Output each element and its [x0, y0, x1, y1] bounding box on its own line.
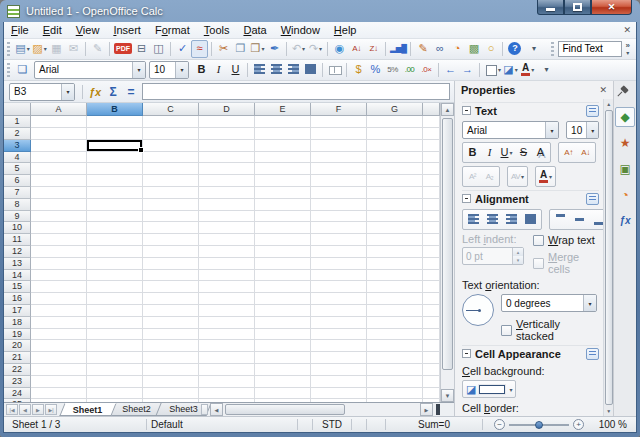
cell-D13[interactable]	[199, 258, 255, 270]
sidebar-pin-icon[interactable]	[618, 85, 632, 99]
cell-G9[interactable]	[367, 211, 423, 223]
last-sheet-icon[interactable]: ▶|	[45, 404, 57, 415]
column-header-C[interactable]: C	[143, 103, 199, 116]
orientation-dial[interactable]	[462, 294, 494, 326]
styles-tab[interactable]: ★	[615, 133, 635, 153]
formula-input[interactable]	[142, 83, 450, 100]
vertically-stacked-checkbox[interactable]: Vertically stacked	[501, 318, 599, 342]
chevron-down-icon[interactable]: ▾	[545, 122, 558, 138]
merge-cells-checkbox[interactable]: Merge cells	[533, 251, 599, 275]
cell-G18[interactable]	[367, 317, 423, 329]
cell-partial-5[interactable]	[423, 163, 440, 175]
row-header-9[interactable]: 9	[4, 211, 31, 223]
toolbar-grip[interactable]	[7, 42, 10, 56]
cell-G15[interactable]	[367, 281, 423, 293]
find-text-input[interactable]	[558, 41, 622, 57]
cell-B19[interactable]	[87, 329, 143, 341]
scroll-down-icon[interactable]: ▼	[606, 406, 611, 416]
cell-B11[interactable]	[87, 234, 143, 246]
row-header-8[interactable]: 8	[4, 199, 31, 211]
cell-F17[interactable]	[311, 305, 367, 317]
align-right-icon[interactable]	[285, 61, 302, 79]
increase-font-icon[interactable]: A↑	[560, 144, 577, 161]
cell-C10[interactable]	[143, 222, 199, 234]
menu-help[interactable]: Help	[327, 22, 364, 38]
character-spacing-icon[interactable]: AV ▾	[509, 168, 526, 185]
percent-format-icon[interactable]: %	[367, 61, 384, 79]
cell-D9[interactable]	[199, 211, 255, 223]
scroll-up-icon[interactable]: ▲	[606, 99, 611, 109]
add-decimal-icon[interactable]: .00	[401, 61, 418, 79]
cell-B14[interactable]	[87, 270, 143, 282]
cell-partial-18[interactable]	[423, 317, 440, 329]
row-header-20[interactable]: 20	[4, 340, 31, 352]
tab-split-handle[interactable]	[201, 404, 208, 415]
cell-A7[interactable]	[31, 187, 87, 199]
column-header-A[interactable]: A	[31, 103, 87, 116]
column-header-B[interactable]: B	[87, 103, 143, 116]
cell-B6[interactable]	[87, 175, 143, 187]
cell-C5[interactable]	[143, 163, 199, 175]
cell-G4[interactable]	[367, 152, 423, 164]
scroll-up-icon[interactable]: ▲	[441, 103, 454, 116]
cell-E5[interactable]	[255, 163, 311, 175]
underline-icon[interactable]: U	[227, 61, 244, 79]
row-header-10[interactable]: 10	[4, 222, 31, 234]
cell-A12[interactable]	[31, 246, 87, 258]
chevron-down-icon[interactable]: ▾	[509, 386, 512, 393]
align-middle-icon[interactable]	[570, 211, 589, 228]
chevron-down-icon[interactable]: ▾	[583, 295, 596, 311]
minimize-button[interactable]	[537, 0, 564, 15]
cell-E7[interactable]	[255, 187, 311, 199]
cell-F8[interactable]	[311, 199, 367, 211]
row-header-21[interactable]: 21	[4, 352, 31, 364]
function-equals-icon[interactable]: =	[122, 83, 140, 101]
vertical-scrollbar-track[interactable]	[441, 116, 454, 389]
cell-F7[interactable]	[311, 187, 367, 199]
bold-icon[interactable]: B	[193, 61, 210, 79]
cell-C24[interactable]	[143, 388, 199, 400]
cell-G17[interactable]	[367, 305, 423, 317]
cell-G23[interactable]	[367, 376, 423, 388]
cell-G1[interactable]	[367, 116, 423, 128]
cell-B9[interactable]	[87, 211, 143, 223]
sheet-indicator[interactable]: Sheet 1 / 3	[4, 419, 146, 430]
cell-partial-19[interactable]	[423, 329, 440, 341]
menu-data[interactable]: Data	[236, 22, 273, 38]
cell-partial-4[interactable]	[423, 152, 440, 164]
cell-G21[interactable]	[367, 352, 423, 364]
cell-A13[interactable]	[31, 258, 87, 270]
cell-D4[interactable]	[199, 152, 255, 164]
cell-E11[interactable]	[255, 234, 311, 246]
row-header-2[interactable]: 2	[4, 128, 31, 140]
underline-icon[interactable]: U ▾	[498, 144, 515, 161]
cell-C8[interactable]	[143, 199, 199, 211]
chevron-down-icon[interactable]: ▾	[175, 62, 188, 78]
zoom-out-icon[interactable]: −	[494, 419, 505, 430]
align-center-icon[interactable]	[268, 61, 285, 79]
toolbar-overflow-icon[interactable]: ▾	[525, 40, 542, 58]
merge-cells-icon[interactable]	[326, 61, 343, 79]
column-header-E[interactable]: E	[255, 103, 311, 116]
cell-C3[interactable]	[143, 140, 199, 152]
cell-F1[interactable]	[311, 116, 367, 128]
cell-B2[interactable]	[87, 128, 143, 140]
cell-B20[interactable]	[87, 340, 143, 352]
cell-partial-1[interactable]	[423, 116, 440, 128]
cell-background-button[interactable]: ◪ ▾	[462, 380, 516, 398]
find-toolbar-overflow-icon[interactable]: » ▾	[625, 42, 629, 56]
select-all-corner[interactable]	[4, 103, 31, 116]
cell-A14[interactable]	[31, 270, 87, 282]
cell-E6[interactable]	[255, 175, 311, 187]
sum-indicator[interactable]: Sum=0	[386, 419, 482, 430]
navigator-icon[interactable]: ◔	[448, 40, 465, 58]
cell-partial-20[interactable]	[423, 340, 440, 352]
font-name-combo[interactable]: Arial ▾	[34, 61, 146, 79]
row-header-7[interactable]: 7	[4, 187, 31, 199]
column-header-F[interactable]: F	[311, 103, 367, 116]
cell-A20[interactable]	[31, 340, 87, 352]
cell-B16[interactable]	[87, 293, 143, 305]
help-icon[interactable]: ?	[506, 40, 523, 58]
toolbar-grip[interactable]	[7, 63, 10, 77]
cell-E18[interactable]	[255, 317, 311, 329]
